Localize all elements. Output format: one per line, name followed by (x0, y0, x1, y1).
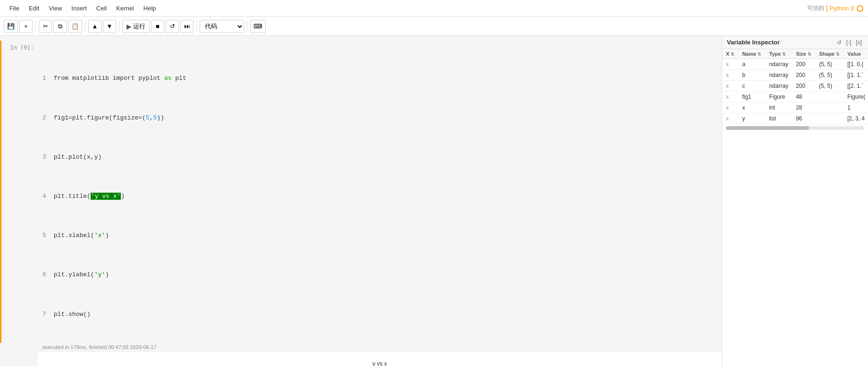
cell-code-content[interactable]: 1from matplotlib import pyplot as plt 2f… (38, 41, 722, 343)
vi-table-header-row: X ⇅ Name ⇅ Type ⇅ Size ⇅ Shape ⇅ Value (722, 49, 868, 59)
vi-cell-shape-2: (5, 5) (815, 81, 843, 92)
vi-cell-shape-0: (5, 5) (815, 59, 843, 70)
vi-minimize-button[interactable]: [-] (845, 39, 853, 46)
code-line-3: 3plt.plot(x,y) (42, 153, 717, 162)
chart-container: y vs x y 2 (42, 356, 717, 366)
vi-cell-shape-1: (5, 5) (815, 70, 843, 81)
code-block: 1from matplotlib import pyplot as plt 2f… (42, 44, 717, 339)
copy-button[interactable]: ⧉ (53, 20, 67, 33)
vi-cell-name-5: y (738, 113, 765, 124)
exec-info: executed in 179ms, finished 00:47:09 202… (0, 343, 722, 351)
vi-cell-size-4: 28 (792, 102, 815, 113)
cell-output: y vs x y 2 (0, 351, 722, 366)
code-line-1: 1from matplotlib import pyplot as plt (42, 74, 717, 84)
menu-kernel[interactable]: Kernel (111, 4, 139, 13)
vi-cell-name-3: fig1 (738, 92, 765, 102)
vi-cell-value-2: [[2. 1.` (843, 81, 868, 92)
vi-cell-value-1: [[1. 1.` (843, 70, 868, 81)
vi-col-value[interactable]: Value (843, 49, 868, 59)
code-line-6: 6plt.ylabel('y') (42, 270, 717, 280)
code-cell: In [9]: 1from matplotlib import pyplot a… (0, 41, 722, 366)
notebook: In [9]: 1from matplotlib import pyplot a… (0, 36, 722, 366)
vi-cell-x-1[interactable]: x (722, 70, 738, 81)
vi-scrollbar-thumb[interactable] (726, 126, 809, 130)
vi-col-shape[interactable]: Shape ⇅ (815, 49, 843, 59)
fast-forward-button[interactable]: ⏭ (180, 20, 194, 33)
vi-cell-x-2[interactable]: x (722, 81, 738, 92)
stop-button[interactable]: ■ (151, 20, 164, 33)
kernel-name: Python 3 (830, 5, 854, 12)
menu-help[interactable]: Help (139, 4, 161, 13)
kernel-status-circle (857, 5, 863, 12)
menu-cell[interactable]: Cell (92, 4, 111, 13)
menu-edit[interactable]: Edit (24, 4, 44, 13)
vi-col-type[interactable]: Type ⇅ (765, 49, 792, 59)
vi-refresh-button[interactable]: ↺ (835, 39, 843, 46)
toolbar: 💾 + ✂ ⧉ 📋 ▲ ▼ ▶ 运行 ■ ↺ ⏭ 代码 Markdown ⌨ (0, 17, 868, 36)
toolbar-sep-3 (119, 21, 119, 32)
vi-col-x: X ⇅ (722, 49, 738, 59)
vi-title: Variable Inspector (727, 39, 780, 46)
vi-cell-name-1: b (738, 70, 765, 81)
cell-type-select[interactable]: 代码 Markdown (200, 20, 244, 33)
save-button[interactable]: 💾 (4, 20, 18, 33)
variable-inspector-panel: Variable Inspector ↺ [-] [x] X ⇅ Name ⇅ … (722, 36, 868, 366)
vi-close-button[interactable]: [x] (854, 39, 863, 46)
code-line-7: 7plt.show() (42, 310, 717, 320)
vi-cell-x-3[interactable]: x (722, 92, 738, 102)
vi-controls: ↺ [-] [x] (835, 39, 863, 46)
menu-insert[interactable]: Insert (67, 4, 92, 13)
vi-row-3[interactable]: x fig1 Figure 48 Figure( (722, 92, 868, 102)
vi-col-name[interactable]: Name ⇅ (738, 49, 765, 59)
vi-cell-x-5[interactable]: x (722, 113, 738, 124)
toolbar-sep-1 (35, 21, 36, 32)
vi-row-2[interactable]: x c ndarray 200 (5, 5) [[2. 1.` (722, 81, 868, 92)
move-up-button[interactable]: ▲ (88, 20, 101, 33)
move-down-button[interactable]: ▼ (103, 20, 116, 33)
chart-title: y vs x (52, 360, 708, 366)
vi-cell-shape-3 (815, 92, 843, 102)
cell-input-row: In [9]: 1from matplotlib import pyplot a… (0, 41, 722, 343)
vi-row-1[interactable]: x b ndarray 200 (5, 5) [[1. 1.` (722, 70, 868, 81)
menu-file[interactable]: File (5, 4, 24, 13)
vi-cell-x-0[interactable]: x (722, 59, 738, 70)
vi-cell-name-0: a (738, 59, 765, 70)
vi-cell-type-0: ndarray (765, 59, 792, 70)
vi-scrollbar[interactable] (726, 126, 864, 130)
vi-row-5[interactable]: x y list 96 [2, 3, 4 (722, 113, 868, 124)
kernel-trusted-label: 可信的 (807, 4, 824, 12)
paste-button[interactable]: 📋 (68, 20, 82, 33)
vi-cell-name-2: c (738, 81, 765, 92)
vi-row-4[interactable]: x x int 28 1 (722, 102, 868, 113)
vi-cell-x-4[interactable]: x (722, 102, 738, 113)
vi-header: Variable Inspector ↺ [-] [x] (722, 36, 868, 49)
vi-cell-size-2: 200 (792, 81, 815, 92)
vi-cell-size-5: 96 (792, 113, 815, 124)
add-cell-button[interactable]: + (19, 20, 33, 33)
vi-col-size[interactable]: Size ⇅ (792, 49, 815, 59)
vi-cell-value-3: Figure( (843, 92, 868, 102)
toolbar-sep-5 (247, 21, 247, 32)
cell-prompt: In [9]: (0, 41, 38, 343)
kernel-divider: | (826, 4, 828, 13)
vi-cell-type-1: ndarray (765, 70, 792, 81)
vi-cell-shape-4 (815, 102, 843, 113)
vi-cell-type-2: ndarray (765, 81, 792, 92)
vi-cell-size-3: 48 (792, 92, 815, 102)
output-content: y vs x y 2 (38, 352, 722, 366)
vi-cell-name-4: x (738, 102, 765, 113)
cut-button[interactable]: ✂ (39, 20, 52, 33)
vi-cell-shape-5 (815, 113, 843, 124)
vi-cell-value-0: [[1. 0.( (843, 59, 868, 70)
keyboard-shortcut-button[interactable]: ⌨ (250, 20, 266, 33)
output-prompt (0, 352, 38, 366)
kernel-info: 可信的 | Python 3 (807, 4, 863, 13)
vi-table-body: x a ndarray 200 (5, 5) [[1. 0.( x b ndar… (722, 59, 868, 124)
vi-cell-size-1: 200 (792, 70, 815, 81)
menu-view[interactable]: View (44, 4, 67, 13)
restart-button[interactable]: ↺ (166, 20, 179, 33)
run-button[interactable]: ▶ 运行 (122, 20, 150, 33)
vi-cell-type-3: Figure (765, 92, 792, 102)
menubar: File Edit View Insert Cell Kernel Help 可… (0, 0, 868, 17)
vi-row-0[interactable]: x a ndarray 200 (5, 5) [[1. 0.( (722, 59, 868, 70)
